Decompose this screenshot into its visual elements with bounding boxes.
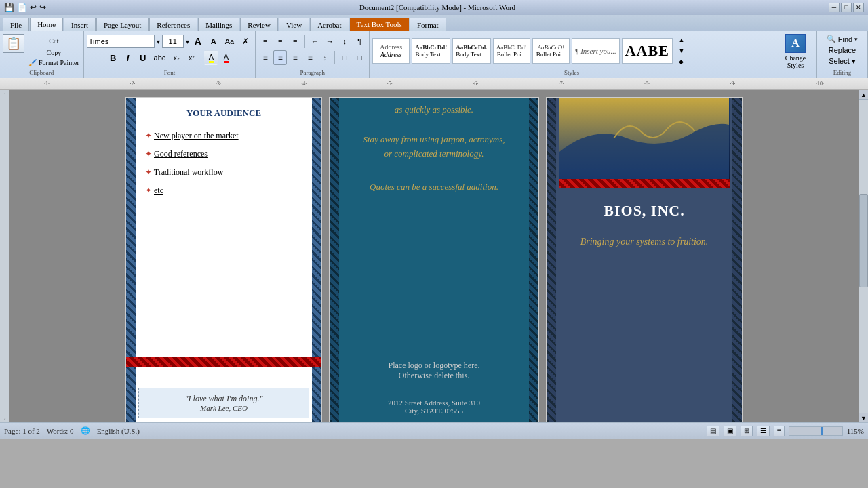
right-diagonal-border-left [547, 98, 556, 422]
minimize-button[interactable]: ─ [829, 3, 840, 12]
styles-scroll-up[interactable]: ▲ [675, 35, 688, 45]
left-red-banner [126, 357, 321, 367]
font-label: Font [85, 68, 254, 77]
show-hide-button[interactable]: ¶ [353, 34, 366, 49]
middle-brochure-panel: as quickly as possible. Stay away from u… [329, 97, 539, 422]
view-web-btn[interactable]: ⊞ [741, 426, 753, 436]
view-normal-btn[interactable]: ▤ [707, 426, 719, 436]
italic-button[interactable]: I [121, 50, 135, 65]
style-bullet-point2[interactable]: AaBbCcD! Bullet Poi... [532, 38, 570, 64]
highlight-button[interactable]: A [204, 50, 218, 65]
style-insert[interactable]: ¶ Insert you... [572, 38, 620, 64]
left-panel-content: YOUR AUDIENCE ✦ New player on the market… [138, 98, 309, 214]
font-section: ▾ ▾ A A Aa ✗ B I U abc x₂ x² [84, 31, 256, 78]
align-left-button[interactable]: ≡ [258, 50, 272, 65]
bullet-item-3: ✦ Traditional workflow [145, 167, 302, 178]
paste-button[interactable]: 📋 [3, 34, 24, 53]
clipboard-section: 📋 Cut Copy 🖌️ Format Painter Clipboard [0, 31, 84, 78]
copy-button[interactable]: Copy [27, 47, 81, 58]
font-name-dropdown-icon[interactable]: ▾ [157, 38, 160, 45]
mid-diagonal-border-left [330, 98, 339, 422]
decrease-indent-button[interactable]: ← [308, 34, 321, 49]
styles-scroll-down[interactable]: ▼ [675, 46, 688, 56]
border-button[interactable]: □ [353, 50, 366, 65]
view-draft-btn[interactable]: ≡ [774, 426, 785, 436]
quote-text: "I love what I'm doing." [144, 394, 303, 404]
tab-review[interactable]: Review [240, 18, 278, 31]
tab-bar: File Home Insert Page Layout References … [0, 15, 868, 31]
view-layout-btn[interactable]: ▣ [724, 426, 736, 436]
subscript-button[interactable]: x₂ [170, 50, 183, 65]
replace-button[interactable]: Replace [827, 45, 857, 55]
font-size-dropdown-icon[interactable]: ▾ [186, 38, 189, 45]
left-panel-buttons: ↑ ↓ [0, 90, 9, 422]
superscript-button[interactable]: x² [184, 50, 198, 65]
tab-view[interactable]: View [279, 18, 309, 31]
font-color-button[interactable]: A [219, 50, 233, 65]
tab-page-layout[interactable]: Page Layout [96, 18, 149, 31]
maximize-button[interactable]: □ [841, 3, 852, 12]
select-button[interactable]: Select ▾ [827, 56, 857, 66]
right-red-stripe [559, 179, 730, 188]
cut-button[interactable]: Cut [27, 35, 81, 46]
numbering-button[interactable]: ≡ [273, 34, 287, 49]
left-diagonal-border-left [126, 98, 136, 422]
tab-references[interactable]: References [149, 18, 197, 31]
scroll-up-btn[interactable]: ▲ [859, 90, 868, 100]
format-painter-button[interactable]: 🖌️ Format Painter [27, 58, 81, 67]
scroll-thumb[interactable] [859, 194, 868, 288]
sort-button[interactable]: ↕ [338, 34, 351, 49]
photo-svg [559, 98, 729, 179]
view-outline-btn[interactable]: ☰ [757, 426, 770, 436]
tab-home[interactable]: Home [30, 18, 63, 31]
para-sep1 [304, 35, 305, 48]
line-spacing-button[interactable]: ↕ [318, 50, 332, 65]
close-button[interactable]: ✕ [853, 3, 864, 12]
left-panel-top[interactable]: ↑ [3, 92, 6, 98]
ribbon: File Home Insert Page Layout References … [0, 15, 868, 78]
bold-button[interactable]: B [106, 50, 120, 65]
align-center-button[interactable]: ≡ [273, 50, 287, 65]
change-styles-button[interactable]: A Change Styles [774, 31, 817, 78]
styles-more[interactable]: ◆ [675, 57, 688, 66]
right-scrollbar[interactable]: ▲ ▼ [859, 90, 868, 422]
bullets-button[interactable]: ≡ [258, 34, 272, 49]
tab-insert[interactable]: Insert [64, 18, 96, 31]
logo-line2: Otherwise delete this. [342, 371, 526, 381]
font-size-input[interactable] [162, 35, 184, 48]
strikethrough-button[interactable]: abc [151, 50, 169, 65]
font-shrink-button[interactable]: A [207, 34, 220, 49]
change-case-button[interactable]: Aa [222, 34, 237, 49]
font-grow-button[interactable]: A [191, 34, 205, 49]
tab-mailings[interactable]: Mailings [198, 18, 239, 31]
left-panel-bottom[interactable]: ↓ [3, 415, 6, 421]
multilevel-button[interactable]: ≡ [288, 34, 302, 49]
style-large[interactable]: AABE [622, 38, 673, 64]
tab-acrobat[interactable]: Acrobat [310, 18, 349, 31]
justify-button[interactable]: ≡ [303, 50, 317, 65]
style-body-text1[interactable]: AaBbCcDd! Body Text ... [412, 38, 450, 64]
tab-file[interactable]: File [3, 18, 29, 31]
address1: 2012 Street Address, Suite 310 [342, 399, 526, 407]
style-body-text2[interactable]: AaBbCcDd. Body Text ... [452, 38, 490, 64]
clear-format-button[interactable]: ✗ [239, 34, 252, 49]
title-bar: 💾 📄 ↩ ↪ Document2 [Compatibility Mode] -… [0, 0, 868, 15]
find-button[interactable]: 🔍 Find ▾ [825, 34, 859, 44]
tab-format[interactable]: Format [410, 18, 446, 31]
style-address[interactable]: Address Address [372, 38, 410, 64]
style-bullet-point1[interactable]: AaBbCcDd! Bullet Poi... [493, 38, 530, 64]
ruler: ·1· ·2· ·3· ·4· ·5· ·6· ·7· ·8· ·9· ·10· [0, 78, 868, 90]
right-photo [559, 98, 730, 179]
word-count: Words: 0 [47, 427, 74, 435]
tab-textbox-tools[interactable]: Text Box Tools [350, 18, 409, 31]
pages-container[interactable]: YOUR AUDIENCE ✦ New player on the market… [9, 90, 859, 422]
scroll-down-btn[interactable]: ▼ [859, 413, 868, 422]
zoom-slider[interactable] [789, 426, 843, 436]
increase-indent-button[interactable]: → [323, 34, 336, 49]
font-name-input[interactable] [87, 35, 155, 48]
underline-button[interactable]: U [136, 50, 150, 65]
shading-button[interactable]: □ [338, 50, 351, 65]
align-right-button[interactable]: ≡ [288, 50, 302, 65]
audience-heading: YOUR AUDIENCE [145, 108, 302, 119]
change-styles-label: Change Styles [778, 54, 812, 69]
